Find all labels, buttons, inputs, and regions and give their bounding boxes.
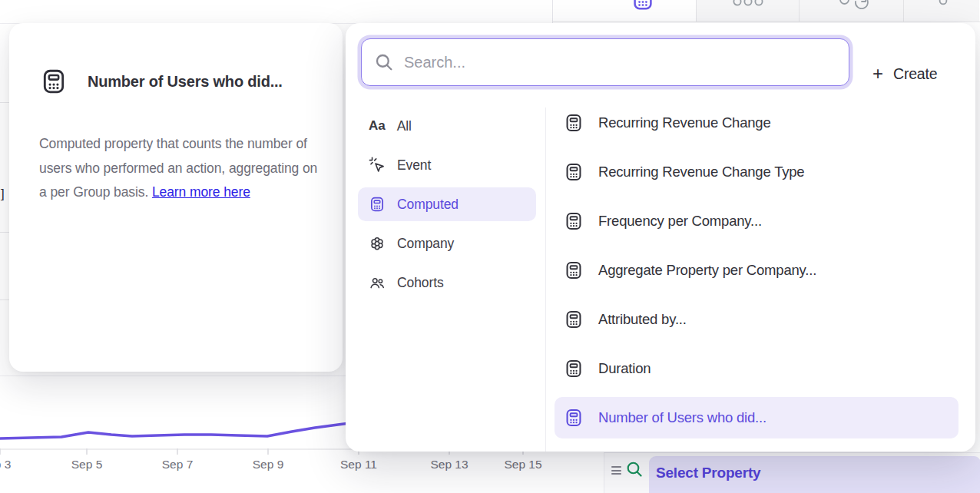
flag-icon <box>938 0 949 7</box>
tab-chart-report[interactable] <box>696 0 799 22</box>
x-tick-label: Sep 9 <box>253 458 284 471</box>
search-icon <box>625 460 644 478</box>
calculator-icon <box>564 113 584 133</box>
chart-bars-icon <box>732 0 766 8</box>
calculator-icon <box>564 211 584 231</box>
select-property-button[interactable]: Select Property <box>649 456 980 493</box>
x-tick-label: Sep 11 <box>340 458 377 471</box>
x-tick-label: Sep 5 <box>71 458 103 471</box>
calculator-icon <box>564 162 584 182</box>
drag-handle-icon[interactable] <box>611 466 621 476</box>
calculator-icon <box>564 408 584 428</box>
x-tick-label: Sep 7 <box>162 458 194 471</box>
category-cohorts[interactable]: Cohorts <box>358 266 536 299</box>
property-tooltip-card: Number of Users who did... Computed prop… <box>9 23 343 372</box>
category-label: Cohorts <box>397 275 444 291</box>
retention-curve-icon <box>838 0 869 9</box>
result-label: Attributed by... <box>598 311 687 328</box>
tab-computed-report[interactable] <box>590 0 696 22</box>
select-property-label: Select Property <box>649 456 980 481</box>
category-label: All <box>397 118 412 134</box>
tooltip-title: Number of Users who did... <box>88 73 283 91</box>
result-aggregate-property-per-company[interactable]: Aggregate Property per Company... <box>555 250 958 291</box>
tab-flag-report[interactable] <box>903 0 979 22</box>
revenue-line <box>0 422 356 438</box>
category-computed[interactable]: Computed <box>358 187 536 221</box>
result-recurring-revenue-change-type[interactable]: Recurring Revenue Change Type <box>555 151 958 193</box>
create-button[interactable]: + Create <box>872 65 937 83</box>
category-all[interactable]: Aa All <box>358 109 536 143</box>
result-duration[interactable]: Duration <box>555 348 958 389</box>
panel-divider <box>545 108 546 452</box>
result-number-of-users-who-did[interactable]: Number of Users who did... <box>555 397 958 438</box>
x-tick-label: Sep 15 <box>504 458 541 471</box>
people-icon <box>369 274 386 291</box>
result-label: Recurring Revenue Change <box>598 114 771 131</box>
result-label: Aggregate Property per Company... <box>598 262 816 279</box>
search-icon <box>374 52 394 72</box>
property-picker-panel: + Create Aa All Event Computed <box>346 23 975 452</box>
result-recurring-revenue-change[interactable]: Recurring Revenue Change <box>555 102 958 144</box>
create-button-label: Create <box>893 65 937 83</box>
query-builder-row: Select Property <box>604 452 980 493</box>
calculator-icon <box>564 309 584 329</box>
tab-retention-report[interactable] <box>799 0 903 22</box>
result-label: Recurring Revenue Change Type <box>598 164 804 180</box>
calculator-icon <box>564 359 584 379</box>
category-event[interactable]: Event <box>358 148 536 182</box>
text-style-icon: Aa <box>369 118 386 134</box>
background-topbar <box>0 0 553 24</box>
result-attributed-by[interactable]: Attributed by... <box>555 299 958 340</box>
cursor-click-icon <box>369 157 386 174</box>
calculator-icon <box>631 0 655 12</box>
learn-more-link[interactable]: Learn more here <box>152 184 250 200</box>
results-list: Recurring Revenue Change Recurring Reven… <box>555 102 958 446</box>
category-company[interactable]: Company <box>358 227 536 260</box>
category-label: Company <box>397 236 454 252</box>
calculator-icon <box>564 260 584 280</box>
result-label: Frequency per Company... <box>598 213 762 230</box>
result-label: Duration <box>598 360 651 377</box>
category-list: Aa All Event Computed <box>358 109 536 305</box>
search-input[interactable] <box>404 54 849 71</box>
category-label: Event <box>397 157 431 174</box>
result-frequency-per-company[interactable]: Frequency per Company... <box>555 200 958 242</box>
report-type-tabs <box>553 0 980 22</box>
result-label: Number of Users who did... <box>598 409 766 426</box>
background-text-fragment: ] <box>1 187 5 202</box>
tooltip-description: Computed property that counts the number… <box>39 132 326 205</box>
calculator-icon <box>369 196 386 213</box>
screen: ] Sep 3 Sep 5 Sep 7 Sep 9 Sep 11 Sep 13 … <box>0 0 980 493</box>
tabs-lead-space <box>553 0 590 22</box>
category-label: Computed <box>397 197 459 213</box>
x-tick-label: Sep 3 <box>0 458 11 471</box>
search-field <box>361 38 849 86</box>
flower-icon <box>369 235 386 252</box>
plus-icon: + <box>872 65 883 83</box>
x-tick-label: Sep 13 <box>430 458 468 471</box>
calculator-icon <box>40 68 68 95</box>
